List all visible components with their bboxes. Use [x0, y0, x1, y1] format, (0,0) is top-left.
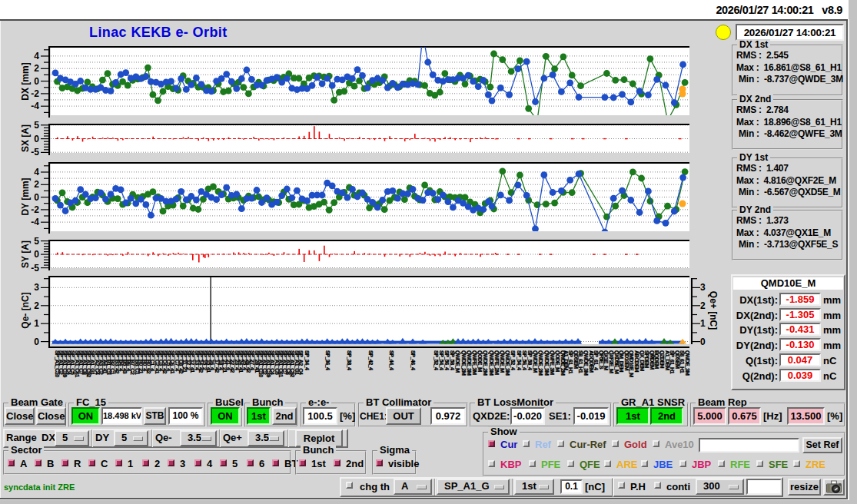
svg-text:SP_42_4: SP_42_4	[367, 350, 374, 370]
svg-text:-2: -2	[31, 88, 39, 99]
svg-text:3: 3	[34, 282, 39, 293]
svg-text:2: 2	[34, 63, 39, 74]
svg-text:-5: -5	[31, 147, 39, 158]
svg-text:SP_44_4: SP_44_4	[388, 350, 395, 370]
svg-text:-4: -4	[31, 217, 39, 227]
svg-text:SX [A]: SX [A]	[20, 124, 31, 152]
svg-text:2: 2	[700, 300, 706, 311]
svg-text:1: 1	[34, 318, 39, 329]
svg-text:SP_38_4: SP_38_4	[346, 350, 353, 370]
svg-text:3: 3	[700, 282, 706, 293]
svg-text:SP_46_4: SP_46_4	[410, 350, 417, 370]
svg-text:SY [A]: SY [A]	[20, 240, 31, 268]
svg-text:0: 0	[700, 337, 706, 347]
svg-text:1: 1	[700, 318, 706, 329]
svg-text:0: 0	[34, 337, 39, 347]
svg-text:SP_A2_C4: SP_A2_C4	[297, 350, 304, 375]
svg-text:Qe- [nC]: Qe- [nC]	[20, 292, 31, 328]
svg-text:-4: -4	[31, 101, 39, 111]
svg-text:QWDE_3M: QWDE_3M	[684, 350, 691, 376]
svg-text:DX [mm]: DX [mm]	[20, 62, 31, 100]
svg-text:-5: -5	[31, 263, 39, 274]
svg-text:SP_36_4: SP_36_4	[324, 350, 331, 370]
svg-text:-2: -2	[31, 204, 39, 215]
svg-text:4: 4	[34, 167, 39, 177]
svg-text:0: 0	[34, 192, 39, 203]
svg-text:Qe+ [nC]: Qe+ [nC]	[708, 291, 719, 330]
svg-text:0: 0	[34, 249, 39, 260]
svg-text:5: 5	[34, 236, 39, 247]
svg-text:0: 0	[34, 134, 39, 144]
svg-text:2: 2	[34, 179, 39, 190]
svg-text:DY [mm]: DY [mm]	[20, 177, 31, 215]
svg-text:5: 5	[34, 120, 39, 131]
svg-text:2: 2	[34, 300, 39, 311]
svg-text:0: 0	[34, 76, 39, 87]
svg-text:SP_34_4: SP_34_4	[304, 350, 311, 370]
svg-text:4: 4	[34, 51, 39, 61]
